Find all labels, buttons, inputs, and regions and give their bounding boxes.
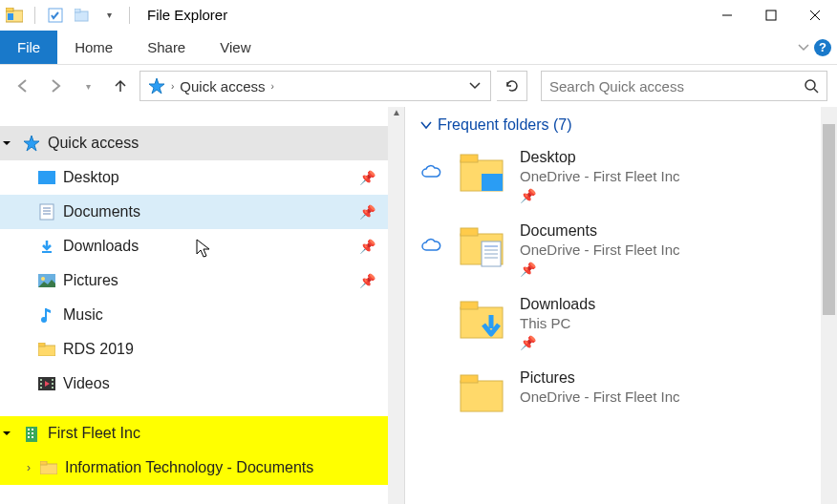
quick-access-star-icon[interactable] — [144, 77, 169, 94]
tree-item-desktop[interactable]: Desktop 📌 — [0, 160, 404, 195]
file-tab[interactable]: File — [0, 31, 57, 64]
frequent-folder-desktop[interactable]: Desktop OneDrive - First Fleet Inc 📌 — [405, 139, 837, 213]
svg-rect-21 — [38, 346, 55, 356]
maximize-button[interactable] — [749, 0, 793, 31]
svg-rect-26 — [40, 387, 42, 388]
frequent-folders-header[interactable]: Frequent folders (7) — [405, 107, 837, 139]
collapse-icon[interactable] — [2, 429, 21, 438]
svg-rect-33 — [28, 432, 30, 434]
folder-icon — [38, 461, 59, 474]
tree-company-child[interactable]: › Information Technology - Documents — [0, 451, 404, 485]
folder-icon — [36, 343, 57, 356]
tree-item-label: First Fleet Inc — [48, 425, 376, 442]
svg-rect-52 — [461, 375, 478, 383]
pin-icon: 📌 — [520, 335, 595, 350]
svg-line-11 — [814, 89, 818, 93]
forward-button[interactable] — [42, 73, 69, 99]
expand-icon[interactable]: › — [19, 461, 38, 474]
search-input[interactable] — [549, 78, 804, 94]
address-bar[interactable]: › Quick access › — [140, 71, 491, 101]
svg-rect-51 — [461, 381, 503, 411]
tab-share[interactable]: Share — [130, 31, 203, 64]
scroll-up-icon[interactable]: ▲ — [392, 107, 401, 117]
tree-item-label: RDS 2019 — [63, 341, 376, 358]
svg-rect-40 — [461, 155, 478, 162]
tree-item-music[interactable]: Music — [0, 298, 404, 332]
folder-large-icon — [459, 149, 504, 195]
desktop-icon — [36, 171, 57, 184]
folder-location: OneDrive - First Fleet Inc — [520, 242, 680, 258]
new-folder-icon[interactable] — [72, 5, 93, 26]
search-icon[interactable] — [804, 78, 819, 94]
frequent-folder-documents[interactable]: Documents OneDrive - First Fleet Inc 📌 — [405, 213, 837, 286]
svg-rect-2 — [8, 13, 13, 20]
help-icon[interactable]: ? — [814, 39, 831, 56]
collapse-icon[interactable] — [420, 120, 432, 130]
frequent-folder-downloads[interactable]: Downloads This PC 📌 — [405, 286, 837, 360]
refresh-button[interactable] — [497, 71, 527, 101]
quick-access-toolbar: ▾ — [0, 5, 138, 26]
recent-locations-icon[interactable]: ▾ — [75, 73, 101, 99]
frequent-folder-pictures[interactable]: Pictures OneDrive - First Fleet Inc — [405, 360, 837, 425]
pin-icon: 📌 — [520, 188, 680, 203]
tree-item-label: Desktop — [63, 169, 359, 186]
svg-rect-37 — [40, 464, 57, 474]
document-icon — [36, 203, 57, 220]
svg-rect-7 — [766, 10, 776, 20]
tree-item-label: Music — [63, 306, 376, 324]
svg-rect-35 — [28, 436, 30, 438]
folder-large-icon — [459, 296, 504, 342]
music-icon — [36, 306, 57, 324]
ribbon: File Home Share View ? — [0, 31, 837, 65]
chevron-right-icon[interactable]: › — [269, 81, 276, 92]
tree-item-downloads[interactable]: Downloads 📌 — [0, 229, 404, 263]
address-dropdown-icon[interactable] — [463, 82, 486, 90]
tree-item-label: Documents — [63, 203, 359, 220]
navigation-bar: ▾ › Quick access › — [0, 65, 837, 107]
tree-item-pictures[interactable]: Pictures 📌 — [0, 263, 404, 298]
tree-item-label: Downloads — [63, 238, 359, 255]
minimize-button[interactable] — [705, 0, 749, 31]
properties-icon[interactable] — [45, 5, 66, 26]
svg-rect-24 — [40, 379, 42, 381]
svg-rect-13 — [40, 204, 54, 220]
svg-rect-32 — [32, 429, 33, 430]
tree-item-label: Quick access — [48, 135, 376, 152]
svg-rect-43 — [461, 228, 478, 236]
svg-point-20 — [41, 317, 47, 323]
qat-dropdown-icon[interactable]: ▾ — [98, 5, 119, 26]
folder-location: This PC — [520, 315, 595, 331]
section-label: Frequent folders (7) — [438, 116, 572, 134]
search-box[interactable] — [541, 71, 827, 101]
videos-icon — [36, 377, 57, 390]
up-button[interactable] — [107, 73, 134, 99]
folder-name: Pictures — [520, 369, 680, 387]
tree-item-documents[interactable]: Documents 📌 — [0, 195, 404, 229]
pin-icon: 📌 — [359, 273, 376, 288]
tree-scrollbar[interactable]: ▲ — [388, 107, 404, 504]
content-scrollbar[interactable] — [821, 107, 837, 504]
scrollbar-thumb[interactable] — [823, 124, 835, 315]
svg-rect-41 — [482, 174, 503, 191]
chevron-right-icon[interactable]: › — [169, 81, 176, 92]
svg-rect-25 — [40, 383, 42, 385]
tab-home[interactable]: Home — [57, 31, 130, 64]
pictures-icon — [36, 274, 57, 287]
back-button[interactable] — [10, 73, 36, 99]
svg-rect-1 — [6, 8, 13, 11]
svg-rect-31 — [28, 429, 30, 430]
close-button[interactable] — [793, 0, 837, 31]
tab-view[interactable]: View — [203, 31, 268, 64]
tree-item-videos[interactable]: Videos — [0, 367, 404, 401]
folder-name: Downloads — [520, 296, 595, 313]
svg-rect-29 — [52, 387, 54, 388]
tree-item-rds2019[interactable]: RDS 2019 — [0, 332, 404, 367]
tree-company-root[interactable]: First Fleet Inc — [0, 416, 404, 451]
collapse-icon[interactable] — [2, 138, 21, 148]
tree-quick-access[interactable]: Quick access — [0, 126, 404, 160]
expand-ribbon-icon[interactable] — [797, 43, 810, 52]
breadcrumb-quick-access[interactable]: Quick access — [176, 78, 268, 94]
folder-location: OneDrive - First Fleet Inc — [520, 388, 680, 405]
folder-name: Desktop — [520, 149, 680, 166]
svg-rect-28 — [52, 383, 54, 385]
